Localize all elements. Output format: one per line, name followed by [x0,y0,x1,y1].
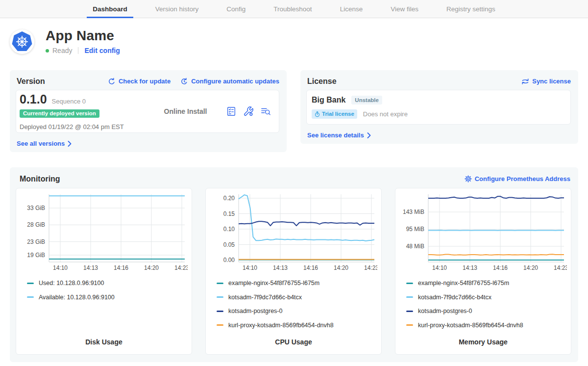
chart-legend: example-nginx-54f8f76755-l675mkotsadm-7f… [395,276,571,332]
tab-config[interactable]: Config [220,0,251,18]
sync-arrows-icon [521,78,529,85]
stopwatch-icon [315,111,320,117]
view-diff-icon[interactable] [260,106,272,117]
legend-item: kurl-proxy-kotsadm-8569fb6454-dnvh8 [406,318,571,333]
legend-item: kurl-proxy-kotsadm-8569fb6454-dnvh8 [217,318,381,333]
preflight-checks-icon[interactable] [226,106,237,117]
status-dot [46,49,49,52]
svg-text:19 GiB: 19 GiB [27,252,45,259]
see-all-versions-link[interactable]: See all versions [17,140,72,147]
chart-card-cpu-usage: 0.000.050.100.150.2014:1014:1314:1614:20… [205,188,382,355]
legend-item: kotsadm-postgres-0 [406,304,571,318]
svg-text:14:10: 14:10 [53,264,68,271]
configure-prometheus-link[interactable]: Configure Prometheus Address [465,175,570,183]
chart-title: CPU Usage [206,338,381,346]
clock-refresh-icon [180,78,188,85]
kubernetes-app-icon [10,29,34,54]
refresh-icon [108,78,116,85]
currently-deployed-badge: Currently deployed version [20,109,99,118]
svg-text:28 GiB: 28 GiB [27,221,45,228]
monitoring-card: Monitoring Configure Prometheus Address [10,167,578,362]
svg-text:48 MiB: 48 MiB [406,243,424,250]
svg-text:14:23: 14:23 [364,264,377,271]
svg-text:0.10: 0.10 [223,226,235,233]
trial-license-badge: Trial license [312,109,357,119]
legend-swatch [217,283,223,284]
top-nav: DashboardVersion historyConfigTroublesho… [0,0,588,18]
svg-text:14:20: 14:20 [334,264,348,271]
tab-troubleshoot[interactable]: Troubleshoot [268,0,318,18]
check-for-update-link[interactable]: Check for update [108,78,171,85]
legend-swatch [217,296,223,298]
sync-license-link[interactable]: Sync license [521,78,571,85]
chevron-right-icon [68,141,72,147]
tab-license[interactable]: License [334,0,369,18]
svg-text:14:13: 14:13 [83,264,98,271]
nav-tabs: DashboardVersion historyConfigTroublesho… [0,0,588,18]
tab-dashboard[interactable]: Dashboard [87,0,133,18]
chart-title: Disk Usage [16,338,192,346]
line-chart: 19 GiB23 GiB28 GiB33 GiB14:1014:1314:161… [16,188,188,274]
legend-item: kotsadm-7f9dc7d66c-b4tcx [406,290,571,305]
svg-text:14:23: 14:23 [174,264,188,271]
configure-automatic-updates-link[interactable]: Configure automatic updates [180,78,279,85]
legend-swatch [406,311,413,312]
chart-legend: example-nginx-54f8f76755-l675mkotsadm-7f… [206,276,381,332]
legend-label: example-nginx-54f8f76755-l675m [418,280,509,287]
legend-item: kotsadm-postgres-0 [217,304,381,318]
tab-view-files[interactable]: View files [385,0,424,18]
svg-text:14:10: 14:10 [432,264,447,271]
edit-config-link[interactable]: Edit config [84,47,120,54]
legend-label: example-nginx-54f8f76755-l675m [228,280,319,287]
see-license-details-link[interactable]: See license details [307,131,371,139]
channel-badge: Unstable [351,96,382,105]
monitoring-title: Monitoring [20,174,60,183]
svg-text:14:13: 14:13 [463,264,477,271]
cards-row: Version Check for update [10,70,578,152]
legend-label: kurl-proxy-kotsadm-8569fb6454-dnvh8 [418,322,523,329]
svg-text:14:20: 14:20 [144,264,159,271]
tab-registry-settings[interactable]: Registry settings [441,0,501,18]
legend-item: kotsadm-7f9dc7d66c-b4tcx [217,290,381,305]
deployed-timestamp: Deployed 01/19/22 @ 02:04 pm EST [20,123,145,131]
svg-text:14:13: 14:13 [273,264,288,271]
legend-swatch [406,296,413,298]
legend-swatch [406,324,413,326]
legend-item: example-nginx-54f8f76755-l675m [217,276,381,290]
chart-card-memory-usage: 48 MiB95 MiB143 MiB14:1014:1314:1614:201… [395,188,571,355]
divider [78,47,78,54]
svg-text:14:20: 14:20 [523,264,538,271]
charts-row: 19 GiB23 GiB28 GiB33 GiB14:1014:1314:161… [16,188,571,355]
line-chart: 48 MiB95 MiB143 MiB14:1014:1314:1614:201… [395,188,567,274]
svg-text:14:16: 14:16 [114,264,128,271]
chart-card-disk-usage: 19 GiB23 GiB28 GiB33 GiB14:1014:1314:161… [16,188,192,355]
svg-text:0.00: 0.00 [223,257,235,263]
legend-label: kotsadm-postgres-0 [228,308,282,314]
app-header: App Name Ready Edit config [10,28,578,54]
legend-label: kotsadm-7f9dc7d66c-b4tcx [228,294,302,301]
chart-title: Memory Usage [395,338,571,346]
svg-text:14:16: 14:16 [493,264,508,271]
legend-swatch [27,283,34,284]
legend-swatch [217,311,223,312]
license-card-title: License [307,77,337,86]
legend-label: Available: 10.128.0.96:9100 [39,294,115,301]
legend-swatch [27,296,34,298]
svg-text:14:23: 14:23 [554,264,567,271]
install-type-label: Online Install [145,107,226,115]
config-wrench-icon[interactable] [243,106,254,117]
license-name: Big Bank [312,95,345,105]
legend-swatch [217,324,223,326]
version-card: Version Check for update [10,70,287,152]
svg-text:143 MiB: 143 MiB [403,209,424,215]
tab-version-history[interactable]: Version history [149,0,205,18]
main-content: App Name Ready Edit config Version [0,18,588,366]
version-card-title: Version [17,77,45,86]
svg-text:0.05: 0.05 [223,241,235,248]
svg-text:0.20: 0.20 [223,195,235,202]
legend-item: Used: 10.128.0.96:9100 [27,276,192,290]
legend-item: Available: 10.128.0.96:9100 [27,290,192,305]
legend-label: kotsadm-7f9dc7d66c-b4tcx [418,294,491,301]
legend-label: Used: 10.128.0.96:9100 [39,280,104,287]
svg-text:0.15: 0.15 [223,210,235,217]
